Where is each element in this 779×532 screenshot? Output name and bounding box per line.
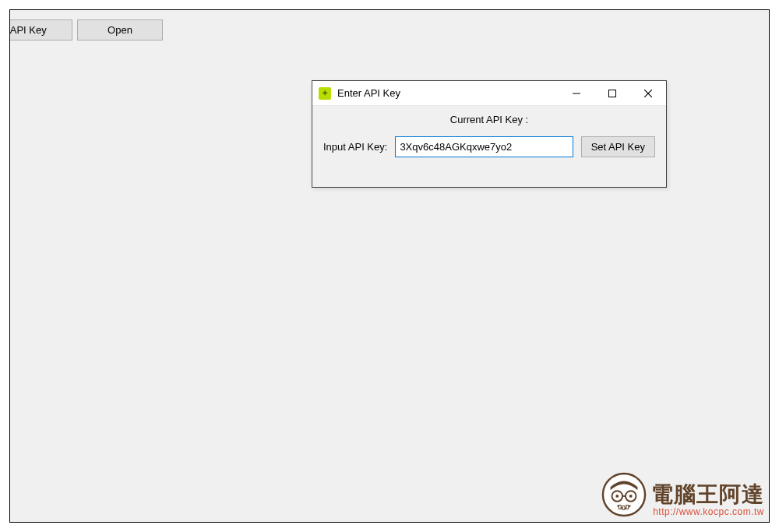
svg-rect-11 [622,506,625,510]
open-button[interactable]: Open [77,19,163,41]
dialog-body: Current API Key : Input API Key: Set API… [312,106,666,187]
dialog-title: Enter API Key [337,87,559,99]
api-key-input[interactable] [395,136,573,157]
main-window: t API Key Open ✦ Enter API Key Current A… [9,9,770,523]
toolbar: t API Key Open [9,19,163,41]
input-row: Input API Key: Set API Key [323,136,655,157]
minimize-icon[interactable] [559,81,594,106]
watermark-text: 電腦王阿達 http://www.kocpc.com.tw [651,483,764,517]
watermark-title: 電腦王阿達 [651,483,764,507]
dialog-titlebar[interactable]: ✦ Enter API Key [312,81,666,106]
svg-rect-10 [619,506,621,509]
set-api-key-button[interactable]: Set API Key [581,136,655,157]
svg-rect-12 [626,506,629,509]
svg-point-9 [629,495,633,498]
svg-rect-1 [609,90,616,97]
svg-point-8 [615,495,619,498]
maximize-icon[interactable] [594,81,630,106]
input-api-key-label: Input API Key: [323,141,387,153]
enter-api-key-dialog: ✦ Enter API Key Current API Key : Input … [312,80,667,188]
close-icon[interactable] [630,81,666,106]
window-controls [559,81,666,106]
watermark: 電腦王阿達 http://www.kocpc.com.tw [601,472,764,517]
api-key-button[interactable]: t API Key [9,19,72,41]
app-icon: ✦ [319,87,331,100]
avatar-icon [601,472,647,517]
current-api-key-label: Current API Key : [323,114,655,125]
watermark-url: http://www.kocpc.com.tw [651,507,764,517]
